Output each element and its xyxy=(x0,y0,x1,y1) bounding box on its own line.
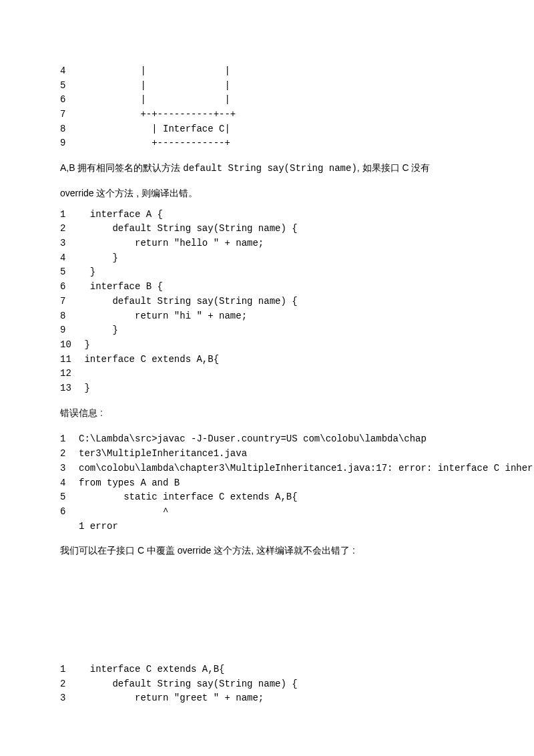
code-line: 3com\colobu\lambda\chapter3\MultipleInhe… xyxy=(60,461,474,476)
code-text: default String say(String name) { xyxy=(79,295,298,309)
code-text: | | xyxy=(79,79,230,93)
code-line: 2ter3\MultipleInheritance1.java xyxy=(60,447,474,461)
code-line: 12 xyxy=(60,367,474,381)
code-line: 1 interface A { xyxy=(60,208,474,222)
spacer xyxy=(60,565,474,658)
code-line: 1C:\Lambda\src>javac -J-Duser.country=US… xyxy=(60,432,474,447)
code-text: interface C extends A,B{ xyxy=(79,663,224,677)
line-number: 6 xyxy=(60,505,79,520)
line-number: 9 xyxy=(60,136,79,151)
line-number: 2 xyxy=(60,222,79,236)
code-line: 10 } xyxy=(60,338,474,353)
code-line: 11 interface C extends A,B{ xyxy=(60,353,474,367)
line-number: 3 xyxy=(60,236,79,251)
code-text: interface A { xyxy=(79,208,163,222)
line-number: 8 xyxy=(60,122,79,137)
line-number: 4 xyxy=(60,476,79,491)
code-line: 1 interface C extends A,B{ xyxy=(60,663,474,677)
code-line: 6 ^ xyxy=(60,505,474,520)
code-line: 5 } xyxy=(60,265,474,280)
code-line: 8 | Interface C| xyxy=(60,122,474,137)
paragraph-2: override 这个方法 , 则编译出错。 xyxy=(60,183,474,204)
code-text: default String say(String name) { xyxy=(79,222,298,236)
code-line: 5 | | xyxy=(60,79,474,93)
line-number: 11 xyxy=(60,353,79,367)
code-line: 6 interface B { xyxy=(60,280,474,295)
line-number: 5 xyxy=(60,265,79,280)
code-line: 2 default String say(String name) { xyxy=(60,222,474,236)
line-number: 1 xyxy=(60,432,79,447)
line-number: 5 xyxy=(60,490,79,505)
line-number: 9 xyxy=(60,323,79,338)
code-line: 7 +-+----------+--+ xyxy=(60,108,474,122)
line-number: 1 xyxy=(60,208,79,222)
document-page: 4 | |5 | |6 | |7 +-+----------+--+8 | In… xyxy=(0,0,534,739)
code-text: com\colobu\lambda\chapter3\MultipleInher… xyxy=(79,461,533,476)
line-number: 8 xyxy=(60,309,79,324)
code-block-diagram: 4 | |5 | |6 | |7 +-+----------+--+8 | In… xyxy=(60,64,474,151)
code-line: 9 } xyxy=(60,323,474,338)
code-text: return "hi " + name; xyxy=(79,309,247,324)
line-number: 4 xyxy=(60,64,79,79)
code-text: C:\Lambda\src>javac -J-Duser.country=US … xyxy=(79,432,427,447)
code-text: 1 error xyxy=(79,520,118,534)
code-block-interfaces: 1 interface A {2 default String say(Stri… xyxy=(60,208,474,396)
inline-code: default String say(String name) xyxy=(183,163,356,174)
code-line: 9 +------------+ xyxy=(60,136,474,151)
line-number: 3 xyxy=(60,461,79,476)
code-line: 7 default String say(String name) { xyxy=(60,295,474,309)
line-number: 3 xyxy=(60,691,79,706)
line-number xyxy=(60,520,79,534)
text: A,B 拥有相同签名的默认方法 xyxy=(60,162,183,173)
code-text: return "greet " + name; xyxy=(79,691,264,706)
line-number: 5 xyxy=(60,79,79,93)
code-text: ter3\MultipleInheritance1.java xyxy=(79,447,247,461)
line-number: 7 xyxy=(60,295,79,309)
code-line: 5 static interface C extends A,B{ xyxy=(60,490,474,505)
text: 我们可以在子接口 C 中覆盖 override 这个方法, 这样编译就不会出错了… xyxy=(60,545,355,556)
line-number: 2 xyxy=(60,677,79,692)
code-text: | Interface C| xyxy=(79,122,230,137)
line-number: 4 xyxy=(60,251,79,266)
code-text: ^ xyxy=(79,505,168,520)
text: 错误信息 : xyxy=(60,407,103,418)
text: override 这个方法 , 则编译出错。 xyxy=(60,188,198,198)
code-text: static interface C extends A,B{ xyxy=(79,490,298,505)
code-line: 2 default String say(String name) { xyxy=(60,677,474,692)
code-text: } xyxy=(79,265,95,280)
code-text: return "hello " + name; xyxy=(79,236,264,251)
code-text: } xyxy=(79,338,90,353)
line-number: 13 xyxy=(60,381,79,396)
code-line: 6 | | xyxy=(60,93,474,108)
line-number: 2 xyxy=(60,447,79,461)
code-block-error: 1C:\Lambda\src>javac -J-Duser.country=US… xyxy=(60,432,474,534)
line-number: 6 xyxy=(60,93,79,108)
paragraph-3: 错误信息 : xyxy=(60,403,474,423)
line-number: 1 xyxy=(60,663,79,677)
code-line: 8 return "hi " + name; xyxy=(60,309,474,324)
paragraph-1: A,B 拥有相同签名的默认方法 default String say(Strin… xyxy=(60,158,474,179)
code-text: from types A and B xyxy=(79,476,180,491)
line-number: 6 xyxy=(60,280,79,295)
code-text: } xyxy=(79,251,118,266)
code-line: 1 error xyxy=(60,520,474,534)
code-text: +-+----------+--+ xyxy=(79,108,236,122)
text: , 如果接口 C 没有 xyxy=(357,162,431,173)
code-line: 3 return "greet " + name; xyxy=(60,691,474,706)
code-text: | | xyxy=(79,93,230,108)
code-text: interface C extends A,B{ xyxy=(79,353,219,367)
code-line: 3 return "hello " + name; xyxy=(60,236,474,251)
code-text: +------------+ xyxy=(79,136,230,151)
code-line: 13 } xyxy=(60,381,474,396)
paragraph-4: 我们可以在子接口 C 中覆盖 override 这个方法, 这样编译就不会出错了… xyxy=(60,540,474,561)
code-text: default String say(String name) { xyxy=(79,677,298,692)
code-block-fix: 1 interface C extends A,B{2 default Stri… xyxy=(60,663,474,706)
code-line: 4 } xyxy=(60,251,474,266)
code-text: } xyxy=(79,381,90,396)
line-number: 7 xyxy=(60,108,79,122)
code-line: 4 | | xyxy=(60,64,474,79)
code-text: | | xyxy=(79,64,230,79)
code-text: } xyxy=(79,323,118,338)
line-number: 12 xyxy=(60,367,79,381)
line-number: 10 xyxy=(60,338,79,353)
